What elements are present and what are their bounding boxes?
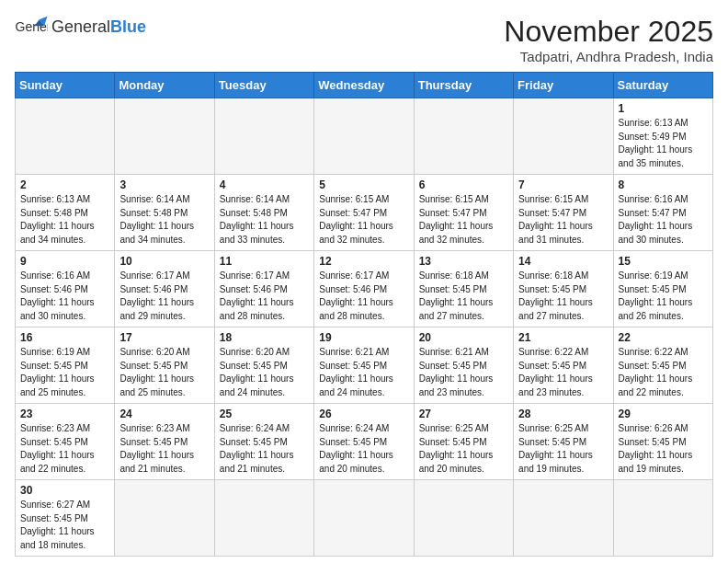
cell-info: Sunrise: 6:13 AMSunset: 5:48 PMDaylight:… bbox=[20, 193, 109, 247]
weekday-header-sunday: Sunday bbox=[16, 73, 115, 98]
calendar-cell bbox=[16, 98, 115, 175]
calendar-cell: 10Sunrise: 6:17 AMSunset: 5:46 PMDayligh… bbox=[115, 251, 214, 327]
day-number: 3 bbox=[119, 178, 209, 191]
day-number: 26 bbox=[319, 408, 408, 420]
weekday-header-monday: Monday bbox=[115, 73, 214, 98]
cell-info: Sunrise: 6:23 AMSunset: 5:45 PMDaylight:… bbox=[20, 422, 109, 476]
day-number: 19 bbox=[319, 331, 408, 344]
calendar-cell: 30Sunrise: 6:27 AMSunset: 5:45 PMDayligh… bbox=[16, 480, 115, 557]
day-number: 25 bbox=[220, 408, 309, 420]
day-number: 12 bbox=[319, 255, 408, 268]
location: Tadpatri, Andhra Pradesh, India bbox=[504, 49, 713, 64]
cell-info: Sunrise: 6:25 AMSunset: 5:45 PMDaylight:… bbox=[518, 422, 608, 476]
cell-info: Sunrise: 6:17 AMSunset: 5:46 PMDaylight:… bbox=[319, 270, 408, 323]
logo-general: General bbox=[51, 17, 110, 36]
calendar-cell: 13Sunrise: 6:18 AMSunset: 5:45 PMDayligh… bbox=[414, 251, 513, 327]
calendar-cell: 23Sunrise: 6:23 AMSunset: 5:45 PMDayligh… bbox=[16, 404, 115, 480]
day-number: 20 bbox=[419, 331, 508, 344]
cell-info: Sunrise: 6:16 AMSunset: 5:46 PMDaylight:… bbox=[20, 270, 109, 323]
cell-info: Sunrise: 6:19 AMSunset: 5:45 PMDaylight:… bbox=[20, 346, 109, 399]
day-number: 21 bbox=[518, 331, 608, 344]
calendar-cell: 9Sunrise: 6:16 AMSunset: 5:46 PMDaylight… bbox=[16, 251, 115, 327]
calendar-cell: 25Sunrise: 6:24 AMSunset: 5:45 PMDayligh… bbox=[214, 404, 313, 480]
calendar-cell: 28Sunrise: 6:25 AMSunset: 5:45 PMDayligh… bbox=[514, 404, 613, 480]
cell-info: Sunrise: 6:24 AMSunset: 5:45 PMDaylight:… bbox=[220, 422, 309, 476]
day-number: 11 bbox=[220, 255, 309, 268]
day-number: 13 bbox=[419, 255, 508, 268]
calendar-cell: 2Sunrise: 6:13 AMSunset: 5:48 PMDaylight… bbox=[16, 175, 115, 251]
weekday-header-thursday: Thursday bbox=[414, 73, 513, 98]
cell-info: Sunrise: 6:22 AMSunset: 5:45 PMDaylight:… bbox=[619, 346, 708, 399]
calendar-cell: 24Sunrise: 6:23 AMSunset: 5:45 PMDayligh… bbox=[115, 404, 214, 480]
calendar-cell: 15Sunrise: 6:19 AMSunset: 5:45 PMDayligh… bbox=[613, 251, 712, 327]
weekday-header-tuesday: Tuesday bbox=[214, 73, 313, 98]
title-block: November 2025 Tadpatri, Andhra Pradesh, … bbox=[504, 15, 713, 64]
calendar-cell: 21Sunrise: 6:22 AMSunset: 5:45 PMDayligh… bbox=[514, 327, 613, 404]
day-number: 30 bbox=[20, 484, 109, 497]
cell-info: Sunrise: 6:25 AMSunset: 5:45 PMDaylight:… bbox=[419, 422, 508, 476]
day-number: 8 bbox=[619, 178, 708, 191]
calendar-cell bbox=[214, 480, 313, 557]
day-number: 14 bbox=[518, 255, 608, 268]
day-number: 18 bbox=[220, 331, 309, 344]
calendar-cell: 1Sunrise: 6:13 AMSunset: 5:49 PMDaylight… bbox=[613, 98, 712, 175]
cell-info: Sunrise: 6:15 AMSunset: 5:47 PMDaylight:… bbox=[518, 193, 608, 247]
calendar-cell: 16Sunrise: 6:19 AMSunset: 5:45 PMDayligh… bbox=[16, 327, 115, 404]
weekday-header-wednesday: Wednesday bbox=[314, 73, 414, 98]
day-number: 1 bbox=[619, 102, 708, 115]
day-number: 15 bbox=[619, 255, 708, 268]
calendar-cell bbox=[314, 98, 414, 175]
day-number: 23 bbox=[20, 408, 109, 420]
cell-info: Sunrise: 6:20 AMSunset: 5:45 PMDaylight:… bbox=[119, 346, 209, 399]
cell-info: Sunrise: 6:21 AMSunset: 5:45 PMDaylight:… bbox=[419, 346, 508, 399]
calendar-cell bbox=[514, 98, 613, 175]
calendar-cell: 3Sunrise: 6:14 AMSunset: 5:48 PMDaylight… bbox=[115, 175, 214, 251]
calendar-cell bbox=[414, 480, 513, 557]
cell-info: Sunrise: 6:18 AMSunset: 5:45 PMDaylight:… bbox=[419, 270, 508, 323]
calendar-cell: 14Sunrise: 6:18 AMSunset: 5:45 PMDayligh… bbox=[514, 251, 613, 327]
day-number: 28 bbox=[518, 408, 608, 420]
calendar-cell: 17Sunrise: 6:20 AMSunset: 5:45 PMDayligh… bbox=[115, 327, 214, 404]
day-number: 5 bbox=[319, 178, 408, 191]
calendar-cell bbox=[115, 480, 214, 557]
logo-icon: General bbox=[15, 15, 48, 40]
calendar-cell: 18Sunrise: 6:20 AMSunset: 5:45 PMDayligh… bbox=[214, 327, 313, 404]
cell-info: Sunrise: 6:27 AMSunset: 5:45 PMDaylight:… bbox=[20, 499, 109, 552]
day-number: 17 bbox=[119, 331, 209, 344]
calendar-cell: 26Sunrise: 6:24 AMSunset: 5:45 PMDayligh… bbox=[314, 404, 414, 480]
calendar-cell: 7Sunrise: 6:15 AMSunset: 5:47 PMDaylight… bbox=[514, 175, 613, 251]
day-number: 24 bbox=[119, 408, 209, 420]
calendar-cell: 12Sunrise: 6:17 AMSunset: 5:46 PMDayligh… bbox=[314, 251, 414, 327]
calendar-cell bbox=[613, 480, 712, 557]
cell-info: Sunrise: 6:14 AMSunset: 5:48 PMDaylight:… bbox=[220, 193, 309, 247]
calendar-cell: 8Sunrise: 6:16 AMSunset: 5:47 PMDaylight… bbox=[613, 175, 712, 251]
logo: General GeneralBlue bbox=[15, 15, 146, 40]
cell-info: Sunrise: 6:26 AMSunset: 5:45 PMDaylight:… bbox=[619, 422, 708, 476]
calendar-cell: 29Sunrise: 6:26 AMSunset: 5:45 PMDayligh… bbox=[613, 404, 712, 480]
cell-info: Sunrise: 6:22 AMSunset: 5:45 PMDaylight:… bbox=[518, 346, 608, 399]
cell-info: Sunrise: 6:14 AMSunset: 5:48 PMDaylight:… bbox=[119, 193, 209, 247]
calendar-cell bbox=[314, 480, 414, 557]
weekday-header-row: SundayMondayTuesdayWednesdayThursdayFrid… bbox=[16, 73, 713, 98]
day-number: 22 bbox=[619, 331, 708, 344]
day-number: 7 bbox=[518, 178, 608, 191]
cell-info: Sunrise: 6:17 AMSunset: 5:46 PMDaylight:… bbox=[220, 270, 309, 323]
cell-info: Sunrise: 6:20 AMSunset: 5:45 PMDaylight:… bbox=[220, 346, 309, 399]
calendar-cell: 5Sunrise: 6:15 AMSunset: 5:47 PMDaylight… bbox=[314, 175, 414, 251]
calendar-cell: 20Sunrise: 6:21 AMSunset: 5:45 PMDayligh… bbox=[414, 327, 513, 404]
calendar-cell: 22Sunrise: 6:22 AMSunset: 5:45 PMDayligh… bbox=[613, 327, 712, 404]
cell-info: Sunrise: 6:16 AMSunset: 5:47 PMDaylight:… bbox=[619, 193, 708, 247]
cell-info: Sunrise: 6:23 AMSunset: 5:45 PMDaylight:… bbox=[119, 422, 209, 476]
day-number: 9 bbox=[20, 255, 109, 268]
day-number: 27 bbox=[419, 408, 508, 420]
cell-info: Sunrise: 6:18 AMSunset: 5:45 PMDaylight:… bbox=[518, 270, 608, 323]
page-header: General GeneralBlue November 2025 Tadpat… bbox=[15, 15, 713, 64]
calendar-cell bbox=[214, 98, 313, 175]
day-number: 2 bbox=[20, 178, 109, 191]
calendar-cell: 11Sunrise: 6:17 AMSunset: 5:46 PMDayligh… bbox=[214, 251, 313, 327]
cell-info: Sunrise: 6:15 AMSunset: 5:47 PMDaylight:… bbox=[319, 193, 408, 247]
cell-info: Sunrise: 6:19 AMSunset: 5:45 PMDaylight:… bbox=[619, 270, 708, 323]
calendar-cell bbox=[115, 98, 214, 175]
day-number: 6 bbox=[419, 178, 508, 191]
logo-blue: Blue bbox=[110, 17, 146, 36]
